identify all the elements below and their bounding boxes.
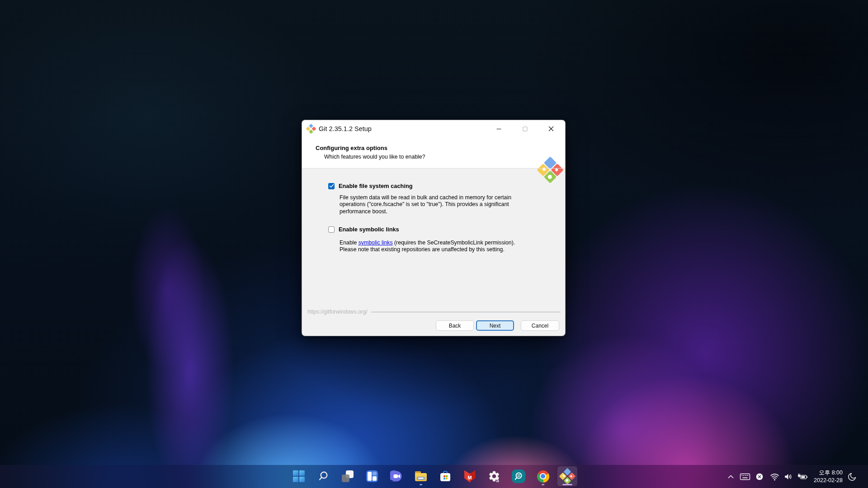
search-button[interactable] [313, 466, 333, 486]
git-setup-taskbar-button[interactable] [557, 466, 577, 486]
running-indicator [420, 484, 422, 485]
moon-icon [847, 472, 857, 482]
cancel-button[interactable]: Cancel [521, 320, 559, 331]
settings-button[interactable]: S [484, 466, 504, 486]
tray-clock[interactable]: 오후 8:00 2022-02-28 [814, 469, 843, 484]
option-label[interactable]: Enable symbolic links [339, 226, 399, 233]
chrome-icon [537, 470, 549, 483]
taskbar: M S [0, 465, 868, 488]
gitforwindows-url-link[interactable]: https://gitforwindows.org/ [307, 309, 368, 315]
checkbox-symbolic-links[interactable] [328, 226, 335, 233]
window-title: Git 2.35.1.2 Setup [319, 120, 372, 137]
checkbox-file-system-caching[interactable] [328, 183, 335, 189]
maximize-button [514, 120, 535, 137]
mcafee-shield-icon: M [464, 470, 476, 483]
git-setup-icon [561, 470, 573, 482]
microsoft-store-icon [439, 470, 451, 482]
option-description: File system data will be read in bulk an… [340, 194, 541, 215]
page-title: Configuring extra options [316, 145, 387, 151]
chat-button[interactable] [387, 466, 406, 486]
next-button[interactable]: Next [476, 320, 514, 331]
mcafee-button[interactable]: M [460, 466, 480, 486]
git-for-windows-logo-icon [541, 160, 560, 179]
doc-search-app-button[interactable] [509, 466, 528, 486]
close-button[interactable] [541, 120, 561, 137]
footer-divider [371, 312, 561, 312]
page-subtitle: Which features would you like to enable? [324, 154, 425, 160]
search-icon [317, 470, 329, 482]
wizard-header: Configuring extra options Which features… [302, 137, 565, 168]
option-label[interactable]: Enable file system caching [339, 183, 413, 189]
wifi-icon [769, 472, 780, 482]
symbolic-links-link[interactable]: symbolic links [359, 239, 393, 246]
git-setup-window: Git 2.35.1.2 Setup Configuring extra opt… [302, 120, 566, 336]
doc-search-icon [512, 469, 525, 483]
windows-start-icon [293, 470, 305, 482]
running-indicator [542, 484, 544, 485]
option-file-system-caching[interactable]: Enable file system caching [328, 183, 413, 189]
git-app-icon [307, 125, 315, 132]
tray-status-button[interactable] [755, 472, 764, 481]
file-explorer-button[interactable] [411, 466, 431, 486]
titlebar[interactable]: Git 2.35.1.2 Setup [302, 120, 565, 137]
file-explorer-icon [415, 471, 427, 482]
svg-text:S: S [496, 478, 499, 483]
circle-x-icon [755, 472, 764, 481]
network-volume-battery-button[interactable] [769, 472, 809, 482]
microsoft-store-button[interactable] [435, 466, 455, 486]
option-description: Enable symbolic links (requires the SeCr… [340, 239, 541, 253]
minimize-button[interactable] [488, 120, 509, 137]
task-view-icon [342, 470, 354, 482]
chat-icon [390, 470, 403, 483]
keyboard-icon [740, 472, 750, 481]
system-tray: 오후 8:00 2022-02-28 [726, 465, 868, 488]
chrome-button[interactable] [533, 466, 553, 486]
header-divider [302, 168, 565, 169]
taskbar-center-icons: M S [289, 466, 577, 486]
description-text: Enable [340, 239, 359, 246]
settings-gear-icon: S [488, 470, 500, 483]
battery-charging-icon [797, 472, 808, 482]
focus-assist-button[interactable] [847, 472, 857, 482]
touch-keyboard-button[interactable] [740, 472, 750, 481]
option-symbolic-links[interactable]: Enable symbolic links [328, 226, 399, 233]
active-window-indicator [562, 484, 572, 486]
tray-overflow-button[interactable] [726, 473, 735, 480]
volume-icon [783, 472, 793, 482]
start-button[interactable] [289, 466, 309, 486]
tray-date: 2022-02-28 [814, 477, 843, 484]
footer: https://gitforwindows.org/ [307, 308, 561, 315]
chevron-up-icon [726, 473, 735, 480]
task-view-button[interactable] [338, 466, 358, 486]
back-button[interactable]: Back [436, 320, 474, 331]
tray-time: 오후 8:00 [814, 469, 843, 476]
widgets-icon [366, 470, 378, 482]
widgets-button[interactable] [362, 466, 382, 486]
